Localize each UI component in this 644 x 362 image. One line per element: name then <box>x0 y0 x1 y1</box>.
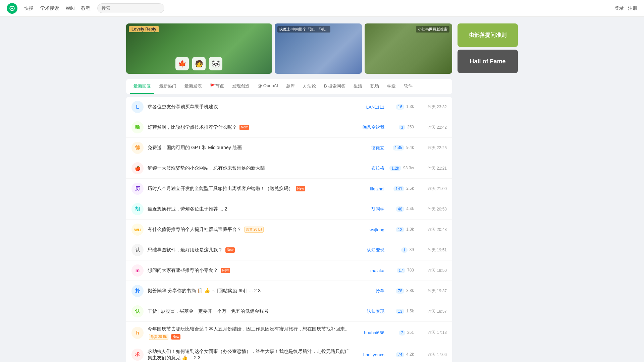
post-content: 求助虫友们！如何追到这个女同事（办公室恋情），终生大事！我也是绞尽脑汁，走投无路… <box>148 348 354 361</box>
post-meta: 认知变现131.5k昨天 18:57 <box>358 308 447 314</box>
stat-replies: 78 <box>396 288 404 294</box>
post-stats: 484.4k <box>387 206 414 212</box>
stat-views: 9.4k <box>406 145 414 150</box>
post-title: 干货 | 炒股票，买基金一定要开一个万一免五的低佣金账号 <box>148 308 354 315</box>
post-time: 昨天 22:42 <box>417 125 447 130</box>
post-author[interactable]: 布拉格 <box>358 165 384 171</box>
post-time: 昨天 20:58 <box>417 206 447 212</box>
stat-views: 251 <box>407 330 414 336</box>
post-stats: 1.2k93.3w <box>387 166 414 171</box>
post-tag: 悬赏 20 Bit <box>244 227 264 233</box>
avatar: 🍎 <box>131 162 144 174</box>
post-author[interactable]: 晚风空饮我 <box>358 124 384 130</box>
stat-views: 1.8k <box>406 227 414 232</box>
post-title-link[interactable]: 干货 | 炒股票，买基金一定要开一个万一免五的低佣金账号 <box>148 308 269 315</box>
search-input[interactable] <box>97 3 164 13</box>
post-title-link[interactable]: 求各位虫友分享购买苹果手机建议 <box>148 104 218 110</box>
post-title-link[interactable]: 解锁一大波涨姿势的小众网站，总有你未曾涉足的新大陆 <box>148 165 265 172</box>
post-author[interactable]: LAN1111 <box>358 105 384 110</box>
tab-12[interactable]: 软件 <box>400 79 416 94</box>
post-author[interactable]: wujiong <box>358 227 384 232</box>
post-author[interactable]: 认知变现 <box>358 308 384 314</box>
tab-4[interactable]: 发现创造 <box>229 79 253 94</box>
post-title-link[interactable]: 想问问大家有哪些推荐的小零食？ <box>148 267 218 274</box>
post-author[interactable]: LanLyonxo <box>358 352 384 357</box>
post-title-link[interactable]: 求助虫友们！如何追到这个女同事（办公室恋情），终生大事！我也是绞尽脑汁，走投无路… <box>148 348 354 361</box>
tab-5[interactable]: @ OpenAI <box>254 79 281 94</box>
post-content: 有什么值得推荐的个人提升社群或宝藏平台？悬赏 20 Bit <box>148 226 354 233</box>
tab-8[interactable]: B 搜索问答 <box>321 79 349 94</box>
post-author[interactable]: 德佬立 <box>358 145 384 151</box>
register-link[interactable]: 注册 <box>628 5 637 11</box>
post-content: 好茬然啊，比较想学点技术推荐学什么呢？New <box>148 124 354 131</box>
post-time: 昨天 21:00 <box>417 186 447 192</box>
post-time: 昨天 20:48 <box>417 227 447 233</box>
post-author[interactable]: malaka <box>358 268 384 273</box>
banner-sub1-text: 疯魔士·中间那个「注」「栈」 <box>277 26 330 33</box>
post-title-link[interactable]: 今年国庆节去哪玩比较合适？本人五月份结婚，因工作原因没有蜜月旅行，想在国庆节找补… <box>148 326 350 333</box>
tab-7[interactable]: 方法论 <box>300 79 319 94</box>
tab-9[interactable]: 生活 <box>350 79 366 94</box>
tab-3[interactable]: 🚩节点 <box>207 79 227 94</box>
post-title-link[interactable]: 历时八个月独立开发的全能型工具箱推出离线客户端啦！（送兑换码） <box>148 185 293 192</box>
banner-main[interactable]: Lovely Reply 🍁 🧑 🐼 <box>126 23 272 74</box>
post-content: 思维导图软件，最好用还是这几款？New <box>148 247 354 253</box>
stat-replies: 16 <box>396 104 404 110</box>
post-title: 掇善懒华·分享你的书摘 📋 👍 ～ [回帖奖励 65] | ... 2 3 <box>148 288 354 294</box>
post-title-link[interactable]: 掇善懒华·分享你的书摘 📋 👍 ～ [回帖奖励 65] | ... 2 3 <box>148 288 261 294</box>
post-item: 胡最近想换行业，劳烦各位虫子推荐 ... 2胡同学484.4k昨天 20:58 <box>126 199 452 220</box>
post-title-link[interactable]: 免费送！国内可用的 GPT 和 Midjourney 绘画 <box>148 144 242 151</box>
post-stats: 1412.5k <box>387 186 414 191</box>
post-content: 今年国庆节去哪玩比较合适？本人五月份结婚，因工作原因没有蜜月旅行，想在国庆节找补… <box>148 326 354 340</box>
post-item: 求求助虫友们！如何追到这个女同事（办公室恋情），终生大事！我也是绞尽脑汁，走投无… <box>126 344 452 362</box>
post-title-link[interactable]: 好茬然啊，比较想学点技术推荐学什么呢？ <box>148 124 237 131</box>
tab-0[interactable]: 最新回复 <box>130 79 154 94</box>
main-nav: 快搜 学术搜索 Wiki 教程 <box>24 5 91 11</box>
tab-10[interactable]: 职场 <box>367 79 382 94</box>
banner-sub1[interactable]: 疯魔士·中间那个「注」「栈」 <box>275 23 362 74</box>
stat-replies: 7 <box>399 330 405 336</box>
stat-replies: 1.2k <box>389 166 401 171</box>
sidebar-btn-hof[interactable]: Hall of Fame <box>458 50 518 73</box>
post-title-link[interactable]: 最近想换行业，劳烦各位虫子推荐 ... 2 <box>148 206 227 213</box>
post-stats: 744.2k <box>387 352 414 357</box>
post-author[interactable]: huahai666 <box>358 330 384 335</box>
stat-replies: 17 <box>397 268 405 273</box>
post-author[interactable]: 拎羊 <box>358 288 384 294</box>
post-tag: New <box>225 247 235 253</box>
post-title: 最近想换行业，劳烦各位虫子推荐 ... 2 <box>148 206 354 213</box>
post-meta: 胡同学484.4k昨天 20:58 <box>358 206 447 212</box>
nav-tutorial[interactable]: 教程 <box>81 5 91 11</box>
login-link[interactable]: 登录 <box>614 5 624 11</box>
stat-views: 3.8k <box>406 288 414 294</box>
tabs: 最新回复最新热门最新发表🚩节点发现创造@ OpenAI题库方法论B 搜索问答生活… <box>126 79 452 94</box>
nav-wiki[interactable]: Wiki <box>66 5 74 11</box>
post-meta: 布拉格1.2k93.3w昨天 21:21 <box>358 165 447 171</box>
tab-1[interactable]: 最新热门 <box>156 79 180 94</box>
post-title: 想问问大家有哪些推荐的小零食？New <box>148 267 354 274</box>
post-title-link[interactable]: 思维导图软件，最好用还是这几款？ <box>148 247 223 253</box>
post-item: 德免费送！国内可用的 GPT 和 Midjourney 绘画德佬立1.4k9.4… <box>126 138 452 158</box>
tab-6[interactable]: 题库 <box>283 79 298 94</box>
post-item: 历历时八个月独立开发的全能型工具箱推出离线客户端啦！（送兑换码）Newlifei… <box>126 179 452 199</box>
banner-sub2[interactable]: 小红书网页版搜索 <box>365 23 452 74</box>
sidebar-btn-rules[interactable]: 虫部落提问准则 <box>458 23 518 47</box>
post-time: 昨天 22:25 <box>417 145 447 151</box>
tab-11[interactable]: 学途 <box>384 79 399 94</box>
nav-kuaisu[interactable]: 快搜 <box>24 5 34 11</box>
post-author[interactable]: 胡同学 <box>358 206 384 212</box>
logo[interactable] <box>7 3 17 14</box>
post-title: 今年国庆节去哪玩比较合适？本人五月份结婚，因工作原因没有蜜月旅行，想在国庆节找补… <box>148 326 354 340</box>
avatar: wu <box>131 224 144 236</box>
nav-academic[interactable]: 学术搜索 <box>40 5 59 11</box>
post-time: 昨天 19:50 <box>417 268 447 274</box>
post-time: 昨天 18:57 <box>417 309 447 314</box>
post-item: 认思维导图软件，最好用还是这几款？New认知变现139昨天 19:51 <box>126 240 452 260</box>
post-author[interactable]: lifeizhai <box>358 186 384 191</box>
tab-2[interactable]: 最新发表 <box>181 79 205 94</box>
post-meta: huahai6667251昨天 17:13 <box>358 330 447 336</box>
post-author[interactable]: 认知变现 <box>358 247 384 253</box>
post-stats: 139 <box>387 247 414 253</box>
post-meta: LAN1111161.3k昨天 23:32 <box>358 104 447 110</box>
post-title-link[interactable]: 有什么值得推荐的个人提升社群或宝藏平台？ <box>148 226 241 233</box>
